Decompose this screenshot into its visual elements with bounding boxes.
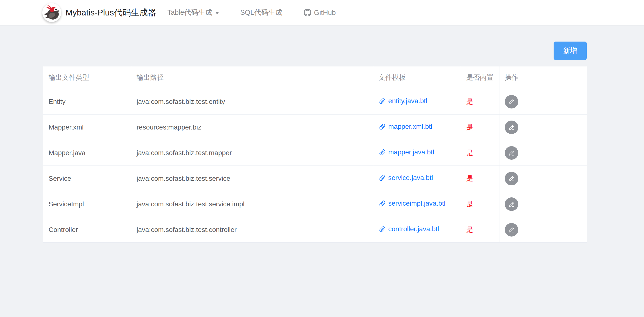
table-header: 输出文件类型 输出路径 文件模板 是否内置 操作 bbox=[43, 66, 587, 89]
nav-item-label: Table代码生成 bbox=[167, 8, 212, 17]
bird-logo-icon bbox=[42, 3, 61, 22]
table-row: Controller java:com.sofast.biz.test.cont… bbox=[43, 217, 587, 243]
cell-output-type: Service bbox=[43, 166, 131, 191]
cell-template: mapper.java.btl bbox=[373, 140, 461, 166]
cell-builtin: 是 bbox=[461, 89, 500, 114]
col-header-builtin: 是否内置 bbox=[461, 66, 500, 89]
table-body: Entity java:com.sofast.biz.test.entity e… bbox=[43, 89, 587, 243]
col-header-actions: 操作 bbox=[500, 66, 587, 89]
cell-builtin: 是 bbox=[461, 217, 500, 243]
cell-actions bbox=[500, 89, 587, 114]
builtin-flag: 是 bbox=[466, 123, 473, 131]
chevron-down-icon bbox=[215, 12, 219, 14]
cell-output-path: java:com.sofast.biz.test.mapper bbox=[131, 140, 373, 166]
main-content: 新增 输出文件类型 输出路径 文件模板 是否内置 操作 Entity java:… bbox=[43, 41, 587, 243]
pencil-icon bbox=[508, 226, 515, 233]
github-icon bbox=[304, 9, 311, 16]
cell-template: serviceimpl.java.btl bbox=[373, 191, 461, 217]
edit-button[interactable] bbox=[505, 197, 518, 211]
pencil-icon bbox=[508, 98, 515, 105]
pencil-icon bbox=[508, 149, 515, 157]
cell-actions bbox=[500, 191, 587, 217]
nav-item-github[interactable]: GitHub bbox=[293, 9, 346, 17]
builtin-flag: 是 bbox=[466, 175, 473, 182]
pencil-icon bbox=[508, 175, 515, 182]
nav-item-label: GitHub bbox=[314, 9, 336, 17]
cell-output-type: Controller bbox=[43, 217, 131, 243]
cell-builtin: 是 bbox=[461, 191, 500, 217]
edit-button[interactable] bbox=[505, 223, 518, 237]
cell-builtin: 是 bbox=[461, 166, 500, 191]
cell-actions bbox=[500, 217, 587, 243]
col-header-template: 文件模板 bbox=[373, 66, 461, 89]
paperclip-icon bbox=[377, 224, 387, 234]
template-file-name: controller.java.btl bbox=[388, 225, 439, 233]
cell-output-path: java:com.sofast.biz.test.entity bbox=[131, 89, 373, 114]
template-file-link[interactable]: mapper.java.btl bbox=[378, 148, 434, 156]
table-row: Mapper.java java:com.sofast.biz.test.map… bbox=[43, 140, 587, 166]
col-header-output-type: 输出文件类型 bbox=[43, 66, 131, 89]
table-row: Entity java:com.sofast.biz.test.entity e… bbox=[43, 89, 587, 114]
cell-template: service.java.btl bbox=[373, 166, 461, 191]
pencil-icon bbox=[508, 201, 515, 208]
cell-template: controller.java.btl bbox=[373, 217, 461, 243]
cell-output-type: Mapper.xml bbox=[43, 114, 131, 140]
nav-item-table-codegen[interactable]: Table代码生成 bbox=[157, 8, 230, 17]
nav-item-sql-codegen[interactable]: SQL代码生成 bbox=[230, 8, 293, 17]
cell-output-path: resources:mapper.biz bbox=[131, 114, 373, 140]
output-files-table: 输出文件类型 输出路径 文件模板 是否内置 操作 Entity java:com… bbox=[43, 66, 587, 243]
pencil-icon bbox=[508, 124, 515, 131]
builtin-flag: 是 bbox=[466, 200, 473, 208]
cell-output-type: Entity bbox=[43, 89, 131, 114]
cell-template: mapper.xml.btl bbox=[373, 114, 461, 140]
edit-button[interactable] bbox=[505, 95, 518, 108]
cell-actions bbox=[500, 114, 587, 140]
edit-button[interactable] bbox=[505, 146, 518, 160]
template-file-name: service.java.btl bbox=[388, 174, 433, 182]
template-file-name: serviceimpl.java.btl bbox=[388, 200, 446, 207]
paperclip-icon bbox=[377, 121, 387, 131]
page-title: Mybatis-Plus代码生成器 bbox=[66, 7, 156, 18]
builtin-flag: 是 bbox=[466, 149, 473, 157]
edit-button[interactable] bbox=[505, 121, 518, 134]
paperclip-icon bbox=[377, 96, 387, 106]
cell-builtin: 是 bbox=[461, 140, 500, 166]
table-row: Mapper.xml resources:mapper.biz mapper.x… bbox=[43, 114, 587, 140]
table-row: ServiceImpl java:com.sofast.biz.test.ser… bbox=[43, 191, 587, 217]
paperclip-icon bbox=[377, 173, 387, 183]
builtin-flag: 是 bbox=[466, 98, 473, 105]
col-header-output-path: 输出路径 bbox=[131, 66, 373, 89]
template-file-link[interactable]: service.java.btl bbox=[378, 174, 433, 182]
navbar: Mybatis-Plus代码生成器 Table代码生成 SQL代码生成 GitH… bbox=[0, 0, 644, 25]
template-file-link[interactable]: mapper.xml.btl bbox=[378, 123, 432, 130]
edit-button[interactable] bbox=[505, 172, 518, 185]
template-file-name: mapper.java.btl bbox=[388, 148, 434, 156]
cell-output-type: ServiceImpl bbox=[43, 191, 131, 217]
cell-output-type: Mapper.java bbox=[43, 140, 131, 166]
template-file-name: mapper.xml.btl bbox=[388, 123, 432, 130]
cell-builtin: 是 bbox=[461, 114, 500, 140]
table-row: Service java:com.sofast.biz.test.service… bbox=[43, 166, 587, 191]
nav-item-label: SQL代码生成 bbox=[240, 8, 282, 17]
template-file-link[interactable]: serviceimpl.java.btl bbox=[378, 200, 446, 207]
cell-output-path: java:com.sofast.biz.test.service.impl bbox=[131, 191, 373, 217]
cell-output-path: java:com.sofast.biz.test.service bbox=[131, 166, 373, 191]
brand-logo bbox=[42, 3, 61, 22]
cell-output-path: java:com.sofast.biz.test.controller bbox=[131, 217, 373, 243]
template-file-link[interactable]: controller.java.btl bbox=[378, 225, 439, 233]
cell-template: entity.java.btl bbox=[373, 89, 461, 114]
template-file-link[interactable]: entity.java.btl bbox=[378, 97, 427, 105]
paperclip-icon bbox=[377, 198, 387, 208]
add-button[interactable]: 新增 bbox=[554, 41, 587, 60]
paperclip-icon bbox=[377, 147, 387, 157]
cell-actions bbox=[500, 140, 587, 166]
builtin-flag: 是 bbox=[466, 226, 473, 233]
main-nav: Table代码生成 SQL代码生成 GitHub bbox=[157, 8, 346, 17]
cell-actions bbox=[500, 166, 587, 191]
toolbar: 新增 bbox=[43, 41, 587, 60]
template-file-name: entity.java.btl bbox=[388, 97, 427, 105]
